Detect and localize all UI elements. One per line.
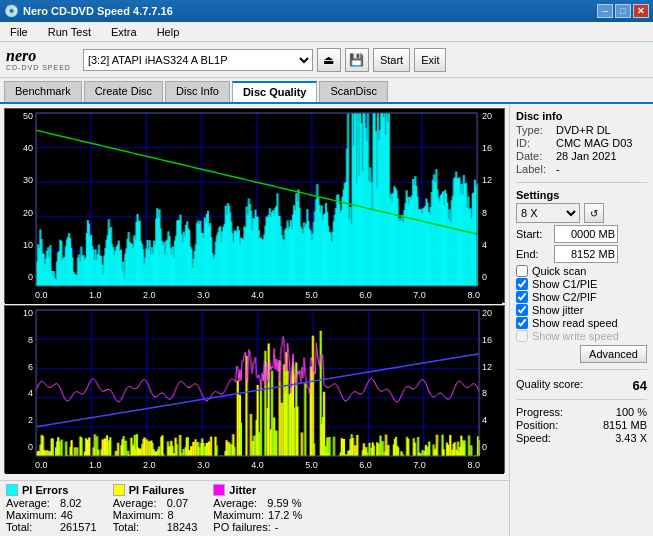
show-c1-pie-checkbox[interactable] [516,278,528,290]
start-button[interactable]: Start [373,48,410,72]
menu-extra[interactable]: Extra [105,24,143,40]
tab-disc-quality[interactable]: Disc Quality [232,81,318,102]
pi-errors-color [6,484,18,496]
app-icon: 💿 [4,4,19,18]
chart-bottom-x: 0.01.02.03.04.05.06.07.08.0 [35,458,480,472]
id-value: CMC MAG D03 [556,137,632,149]
nero-logo-top: nero [6,48,71,64]
pi-failures-color [113,484,125,496]
show-write-speed-checkbox[interactable] [516,330,528,342]
nero-logo-bottom: CD-DVD SPEED [6,64,71,71]
id-label: ID: [516,137,552,149]
show-jitter-checkbox[interactable] [516,304,528,316]
end-label: End: [516,248,552,260]
quality-score-value: 64 [633,378,647,393]
maximize-button[interactable]: □ [615,4,631,18]
pi-failures-avg-label: Average: [113,497,163,509]
speed-select[interactable]: 8 X Max 1 X 2 X 4 X [516,203,580,223]
jitter-max-value: 17.2 % [268,509,302,521]
jitter-avg-label: Average: [213,497,263,509]
show-c2-pif-checkbox[interactable] [516,291,528,303]
legend-pi-failures: PI Failures Average: 0.07 Maximum: 8 Tot… [113,484,198,533]
jitter-po-value: - [275,521,279,533]
speed-value: 3.43 X [615,432,647,444]
type-value: DVD+R DL [556,124,611,136]
jitter-avg-value: 9.59 % [267,497,301,509]
speed-label: Speed: [516,432,551,444]
position-value: 8151 MB [603,419,647,431]
show-jitter-label: Show jitter [532,304,583,316]
chart-top: 50403020100 201612840 0.01.02.03.04.05.0… [4,108,505,303]
pi-errors-avg-value: 8.02 [60,497,81,509]
save-icon[interactable]: 💾 [345,48,369,72]
show-c2-pif-label: Show C2/PIF [532,291,597,303]
tab-benchmark[interactable]: Benchmark [4,81,82,102]
menu-bar: File Run Test Extra Help [0,22,653,42]
jitter-color [213,484,225,496]
charts-area: 50403020100 201612840 0.01.02.03.04.05.0… [0,104,509,480]
title-bar: 💿 Nero CD-DVD Speed 4.7.7.16 ─ □ ✕ [0,0,653,22]
advanced-button[interactable]: Advanced [580,345,647,363]
end-input[interactable] [554,245,618,263]
tab-disc-info[interactable]: Disc Info [165,81,230,102]
date-value: 28 Jan 2021 [556,150,617,162]
quick-scan-checkbox[interactable] [516,265,528,277]
pi-errors-max-value: 46 [61,509,73,521]
chart-bottom: 1086420 201612840 0.01.02.03.04.05.06.07… [4,305,505,473]
menu-file[interactable]: File [4,24,34,40]
refresh-icon[interactable]: ↺ [584,203,604,223]
settings-title: Settings [516,189,647,201]
chart-top-x: 0.01.02.03.04.05.06.07.08.0 [35,288,480,302]
show-write-speed-label: Show write speed [532,330,619,342]
main-content: 50403020100 201612840 0.01.02.03.04.05.0… [0,104,653,536]
show-read-speed-label: Show read speed [532,317,618,329]
pi-failures-total-value: 18243 [167,521,198,533]
quality-section: Quality score: 64 [516,378,647,393]
pi-failures-title: PI Failures [129,484,185,496]
pi-errors-title: PI Errors [22,484,68,496]
drive-select[interactable]: [3:2] ATAPI iHAS324 A BL1P [83,49,313,71]
menu-help[interactable]: Help [151,24,186,40]
nero-logo: nero CD-DVD SPEED [6,48,71,71]
toolbar: nero CD-DVD SPEED [3:2] ATAPI iHAS324 A … [0,42,653,78]
pi-failures-total-label: Total: [113,521,163,533]
date-label: Date: [516,150,552,162]
label-value: - [556,163,560,175]
pi-failures-max-value: 8 [167,509,173,521]
menu-run-test[interactable]: Run Test [42,24,97,40]
legend-pi-errors: PI Errors Average: 8.02 Maximum: 46 Tota… [6,484,97,533]
show-c1-pie-label: Show C1/PIE [532,278,597,290]
tabs: Benchmark Create Disc Disc Info Disc Qua… [0,78,653,104]
progress-section: Progress: 100 % Position: 8151 MB Speed:… [516,406,647,445]
position-label: Position: [516,419,558,431]
pi-errors-max-label: Maximum: [6,509,57,521]
start-input[interactable] [554,225,618,243]
right-panel: Disc info Type: DVD+R DL ID: CMC MAG D03… [509,104,653,536]
pi-failures-avg-value: 0.07 [167,497,188,509]
pi-errors-total-label: Total: [6,521,56,533]
jitter-po-label: PO failures: [213,521,270,533]
start-label: Start: [516,228,552,240]
tab-scan-disc[interactable]: ScanDisc [319,81,387,102]
minimize-button[interactable]: ─ [597,4,613,18]
charts-legend-area: 50403020100 201612840 0.01.02.03.04.05.0… [0,104,509,536]
eject-icon[interactable]: ⏏ [317,48,341,72]
exit-button[interactable]: Exit [414,48,446,72]
tab-create-disc[interactable]: Create Disc [84,81,163,102]
quality-score-label: Quality score: [516,378,583,393]
pi-errors-total-value: 261571 [60,521,97,533]
disc-info-section: Disc info Type: DVD+R DL ID: CMC MAG D03… [516,110,647,176]
disc-info-title: Disc info [516,110,647,122]
quick-scan-label: Quick scan [532,265,586,277]
pi-errors-avg-label: Average: [6,497,56,509]
title-bar-title: Nero CD-DVD Speed 4.7.7.16 [23,5,173,17]
progress-label: Progress: [516,406,563,418]
type-label: Type: [516,124,552,136]
settings-section: Settings 8 X Max 1 X 2 X 4 X ↺ Start: En… [516,189,647,363]
label-label: Label: [516,163,552,175]
close-button[interactable]: ✕ [633,4,649,18]
pi-failures-max-label: Maximum: [113,509,164,521]
show-read-speed-checkbox[interactable] [516,317,528,329]
jitter-title: Jitter [229,484,256,496]
legend-jitter: Jitter Average: 9.59 % Maximum: 17.2 % P… [213,484,302,533]
